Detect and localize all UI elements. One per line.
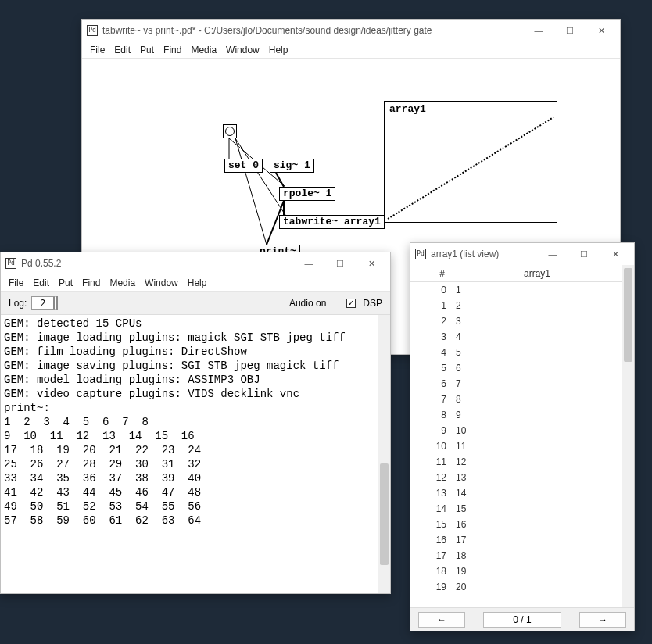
svg-line-7 [388, 117, 553, 219]
cell-value[interactable]: 4 [453, 331, 461, 342]
maximize-button[interactable]: ☐ [554, 20, 586, 41]
menu-put[interactable]: Put [140, 45, 154, 55]
listview-titlebar[interactable]: Pd array1 (list view) — ☐ ✕ [410, 243, 634, 265]
pd-app-icon: Pd [87, 25, 98, 36]
minimize-button[interactable]: — [293, 253, 324, 274]
table-row[interactable]: 45 [410, 345, 622, 360]
cell-value[interactable]: 17 [453, 535, 466, 546]
cell-index: 14 [410, 503, 453, 514]
menu-file[interactable]: File [90, 45, 105, 55]
console-scrollbar[interactable] [378, 315, 390, 593]
minimize-button[interactable]: — [537, 244, 568, 264]
menu-find[interactable]: Find [163, 45, 181, 55]
cell-value[interactable]: 18 [453, 550, 466, 561]
cell-index: 18 [410, 566, 453, 577]
table-row[interactable]: 12 [410, 298, 622, 313]
menu-media[interactable]: Media [109, 277, 135, 288]
listview-scrollbar[interactable] [622, 265, 634, 607]
table-row[interactable]: 1011 [410, 438, 622, 454]
menu-media[interactable]: Media [191, 45, 217, 55]
cell-value[interactable]: 16 [453, 519, 466, 530]
table-row[interactable]: 1617 [410, 532, 622, 548]
array-plot [385, 102, 558, 224]
set-object[interactable]: set 0 [224, 159, 263, 173]
cell-index: 8 [410, 410, 453, 420]
console-title: Pd 0.55.2 [21, 258, 293, 269]
table-rows: 0112233445566778899101011111212131314141… [410, 282, 622, 595]
cell-value[interactable]: 6 [453, 363, 461, 374]
cell-index: 1 [410, 300, 453, 311]
table-row[interactable]: 23 [410, 313, 622, 329]
listview-window: Pd array1 (list view) — ☐ ✕ # array1 011… [410, 242, 635, 631]
table-row[interactable]: 1718 [410, 548, 622, 564]
menu-window[interactable]: Window [145, 277, 178, 288]
listview-footer: ← 0 / 1 → [410, 607, 634, 631]
close-button[interactable]: ✕ [356, 253, 387, 274]
menu-file[interactable]: File [9, 277, 23, 288]
table-row[interactable]: 1213 [410, 470, 622, 485]
scroll-thumb[interactable] [624, 268, 632, 362]
console-titlebar[interactable]: Pd Pd 0.55.2 — ☐ ✕ [1, 252, 390, 274]
menu-help[interactable]: Help [269, 45, 288, 55]
table-row[interactable]: 89 [410, 407, 622, 423]
cell-value[interactable]: 7 [453, 378, 461, 389]
tabwrite-object[interactable]: tabwrite~ array1 [279, 215, 385, 229]
cell-value[interactable]: 3 [453, 316, 461, 327]
menu-help[interactable]: Help [188, 277, 207, 288]
table-row[interactable]: 910 [410, 423, 622, 438]
menu-window[interactable]: Window [226, 45, 260, 55]
cell-value[interactable]: 2 [453, 300, 461, 311]
cell-index: 12 [410, 472, 453, 483]
menu-put[interactable]: Put [59, 277, 73, 288]
rpole-object[interactable]: rpole~ 1 [279, 187, 335, 201]
cell-value[interactable]: 1 [453, 284, 461, 295]
table-row[interactable]: 1415 [410, 501, 622, 517]
array-table: # array1 0112233445566778899101011111212… [410, 265, 622, 607]
cell-value[interactable]: 19 [453, 566, 466, 577]
cell-value[interactable]: 15 [453, 503, 466, 514]
minimize-button[interactable]: — [523, 20, 554, 41]
table-row[interactable]: 01 [410, 282, 622, 298]
listview-title: array1 (list view) [431, 249, 537, 259]
patch-titlebar[interactable]: Pd tabwrite~ vs print~.pd* - C:/Users/jl… [82, 20, 620, 41]
table-row[interactable]: 1314 [410, 485, 622, 501]
cell-value[interactable]: 12 [453, 456, 466, 467]
menu-edit[interactable]: Edit [33, 277, 49, 288]
console-menubar: File Edit Put Find Media Window Help [1, 274, 390, 292]
prev-page-button[interactable]: ← [418, 612, 465, 628]
bang-object[interactable] [223, 124, 237, 138]
next-page-button[interactable]: → [579, 612, 626, 628]
cell-value[interactable]: 5 [453, 347, 461, 358]
cell-value[interactable]: 14 [453, 488, 466, 499]
maximize-button[interactable]: ☐ [568, 244, 600, 264]
table-row[interactable]: 78 [410, 392, 622, 407]
menu-edit[interactable]: Edit [114, 45, 131, 55]
table-row[interactable]: 1819 [410, 564, 622, 579]
sig-object[interactable]: sig~ 1 [270, 159, 314, 173]
array-graph[interactable]: array1 [384, 101, 557, 223]
cell-value[interactable]: 13 [453, 472, 466, 483]
log-level-input[interactable]: 2 [31, 296, 58, 310]
table-row[interactable]: 67 [410, 376, 622, 392]
close-button[interactable]: ✕ [600, 244, 631, 264]
table-row[interactable]: 56 [410, 360, 622, 376]
cell-value[interactable]: 11 [453, 441, 466, 452]
cell-value[interactable]: 10 [453, 425, 466, 436]
cell-value[interactable]: 9 [453, 410, 461, 420]
table-row[interactable]: 34 [410, 329, 622, 345]
close-button[interactable]: ✕ [586, 20, 617, 41]
menu-find[interactable]: Find [82, 277, 100, 288]
cell-value[interactable]: 20 [453, 581, 466, 592]
cell-index: 6 [410, 378, 453, 389]
dsp-checkbox[interactable]: ✓ [346, 299, 356, 308]
cell-index: 11 [410, 456, 453, 467]
pd-app-icon: Pd [5, 258, 16, 269]
page-indicator[interactable]: 0 / 1 [483, 612, 561, 628]
scroll-thumb[interactable] [380, 463, 389, 565]
table-row[interactable]: 1920 [410, 579, 622, 595]
console-output[interactable]: GEM: detected 15 CPUs GEM: image loading… [1, 315, 378, 593]
maximize-button[interactable]: ☐ [324, 253, 356, 274]
table-row[interactable]: 1516 [410, 517, 622, 532]
table-row[interactable]: 1112 [410, 454, 622, 470]
cell-value[interactable]: 8 [453, 394, 461, 405]
